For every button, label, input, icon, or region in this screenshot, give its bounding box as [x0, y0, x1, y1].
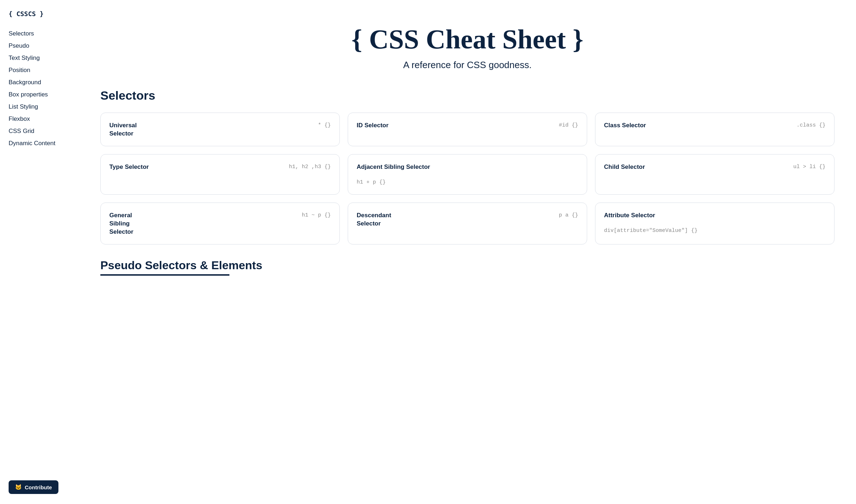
card-name: GeneralSiblingSelector: [109, 211, 138, 236]
card-name: ID Selector: [357, 122, 389, 130]
pseudo-section-title: Pseudo Selectors & Elements: [100, 259, 834, 276]
card-name: Attribute Selector: [604, 211, 655, 220]
card-name: UniversalSelector: [109, 122, 138, 138]
card-class-selector: Class Selector .class {}: [595, 113, 834, 146]
card-id-selector: ID Selector #id {}: [348, 113, 587, 146]
card-name: Type Selector: [109, 163, 149, 171]
card-code: div[attribute="SomeValue"] {}: [604, 227, 698, 235]
main-content: { CSS Cheat Sheet } A reference for CSS …: [79, 0, 856, 504]
card-type-selector: Type Selector h1, h2 ,h3 {}: [100, 154, 340, 195]
hero-subtitle: A reference for CSS goodness.: [100, 60, 834, 71]
sidebar-item-selectors[interactable]: Selectors: [9, 28, 70, 40]
sidebar-item-list-styling[interactable]: List Styling: [9, 101, 70, 113]
card-code: p a {}: [559, 211, 578, 220]
card-code: ul > li {}: [793, 163, 826, 171]
contribute-label: Contribute: [25, 484, 52, 490]
selectors-section: Selectors UniversalSelector * {} ID Sele…: [100, 89, 834, 244]
card-descendant-selector: DescendantSelector p a {}: [348, 203, 587, 244]
selectors-row-3: GeneralSiblingSelector h1 ~ p {} Descend…: [100, 203, 834, 244]
card-universal-selector: UniversalSelector * {}: [100, 113, 340, 146]
sidebar-item-position[interactable]: Position: [9, 64, 70, 76]
card-name: Child Selector: [604, 163, 645, 171]
sidebar-nav: SelectorsPseudoText StylingPositionBackg…: [9, 28, 70, 149]
contribute-button[interactable]: 🐱 Contribute: [9, 480, 58, 494]
sidebar: { CSSCS } SelectorsPseudoText StylingPos…: [0, 0, 79, 504]
sidebar-logo[interactable]: { CSSCS }: [9, 10, 70, 18]
selectors-row-2: Type Selector h1, h2 ,h3 {} Adjacent Sib…: [100, 154, 834, 195]
card-code: h1 ~ p {}: [302, 211, 331, 220]
selectors-row-1: UniversalSelector * {} ID Selector #id {…: [100, 113, 834, 146]
card-code: h1 + p {}: [357, 179, 386, 187]
sidebar-item-css-grid[interactable]: CSS Grid: [9, 125, 70, 137]
sidebar-item-flexbox[interactable]: Flexbox: [9, 113, 70, 125]
sidebar-item-box-properties[interactable]: Box properties: [9, 89, 70, 101]
card-attribute-selector: Attribute Selector div[attribute="SomeVa…: [595, 203, 834, 244]
card-adjacent-sibling-selector: Adjacent Sibling Selector h1 + p {}: [348, 154, 587, 195]
card-code: * {}: [318, 122, 331, 130]
sidebar-item-background[interactable]: Background: [9, 76, 70, 89]
card-child-selector: Child Selector ul > li {}: [595, 154, 834, 195]
sidebar-item-dynamic-content[interactable]: Dynamic Content: [9, 137, 70, 149]
card-code: .class {}: [796, 122, 826, 130]
hero-section: { CSS Cheat Sheet } A reference for CSS …: [100, 14, 834, 89]
hero-title: { CSS Cheat Sheet }: [100, 25, 834, 54]
card-name: Adjacent Sibling Selector: [357, 163, 430, 171]
card-name: DescendantSelector: [357, 211, 391, 228]
selectors-section-title: Selectors: [100, 89, 834, 103]
sidebar-item-text-styling[interactable]: Text Styling: [9, 52, 70, 64]
card-code: h1, h2 ,h3 {}: [289, 163, 331, 171]
card-general-sibling-selector: GeneralSiblingSelector h1 ~ p {}: [100, 203, 340, 244]
contribute-icon: 🐱: [15, 484, 22, 490]
card-code: #id {}: [559, 122, 578, 130]
card-name: Class Selector: [604, 122, 646, 130]
sidebar-item-pseudo[interactable]: Pseudo: [9, 40, 70, 52]
